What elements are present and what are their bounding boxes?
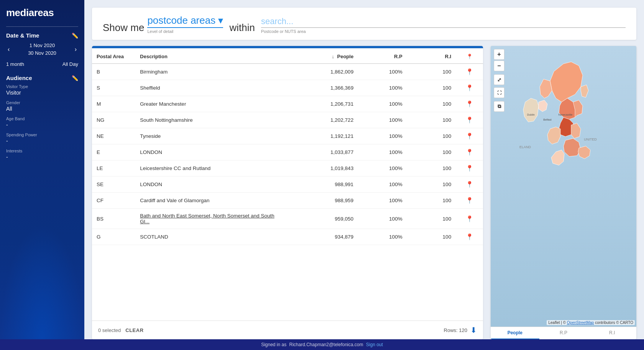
cell-pin[interactable]: 📍 — [456, 144, 483, 160]
cell-ri: 100 — [407, 128, 456, 144]
col-header-ri[interactable]: R.I — [407, 48, 456, 64]
svg-text:ELAND: ELAND — [519, 145, 531, 149]
map-tab-ri[interactable]: R.I — [588, 327, 636, 339]
map-tab-rp[interactable]: R.P — [539, 327, 588, 339]
cell-rp: 100% — [358, 112, 407, 128]
fullscreen-button[interactable]: ⛶ — [494, 87, 504, 98]
table-row[interactable]: CF Cardiff and Vale of Glamorgan 988,959… — [92, 193, 483, 209]
date-duration: 1 month — [6, 61, 24, 67]
table-row[interactable]: LE Leicestershire CC and Rutland 1,019,8… — [92, 160, 483, 177]
cell-postal: B — [92, 64, 135, 80]
map-area: Newcastle Belfast Dublin UNITED ELAND + … — [491, 46, 636, 339]
date-next-arrow[interactable]: › — [73, 45, 78, 54]
date-prev-arrow[interactable]: ‹ — [6, 45, 11, 54]
search-input[interactable] — [261, 16, 626, 28]
cell-pin[interactable]: 📍 — [456, 160, 483, 177]
col-header-rp[interactable]: R.P — [358, 48, 407, 64]
table-row[interactable]: SE LONDON 988,991 100% 100 📍 — [92, 177, 483, 193]
cell-ri: 100 — [407, 177, 456, 193]
audience-section: Audience ✏️ Visitor Type Visitor Gender … — [6, 75, 78, 165]
cell-pin[interactable]: 📍 — [456, 64, 483, 80]
col-header-description[interactable]: Description — [135, 48, 288, 64]
cell-pin[interactable]: 📍 — [456, 128, 483, 144]
cell-ri: 100 — [407, 160, 456, 177]
cell-description: Tyneside — [135, 128, 288, 144]
pin-icon[interactable]: 📍 — [466, 165, 473, 172]
cell-pin[interactable]: 📍 — [456, 209, 483, 229]
col-header-people[interactable]: ↓ People — [288, 48, 358, 64]
filter-visitor-type: Visitor Type Visitor — [6, 84, 78, 96]
clear-button[interactable]: CLEAR — [125, 327, 143, 333]
table-row[interactable]: M Greater Manchester 1,206,731 100% 100 … — [92, 96, 483, 112]
postcode-dropdown-value: postcode areas ▾ — [147, 15, 223, 28]
signed-in-text: Signed in as — [261, 342, 286, 347]
pin-icon[interactable]: 📍 — [466, 149, 473, 155]
pin-icon[interactable]: 📍 — [466, 69, 473, 75]
reset-view-button[interactable]: ⤢ — [494, 74, 504, 85]
pin-icon[interactable]: 📍 — [466, 197, 473, 204]
table-row[interactable]: G SCOTLAND 934,879 100% 100 📍 — [92, 229, 483, 245]
cell-postal: LE — [92, 160, 135, 177]
map-controls: + − ⤢ ⛶ ⧉ — [494, 49, 504, 112]
filter-visitor-type-label: Visitor Type — [6, 84, 78, 89]
zoom-in-button[interactable]: + — [494, 49, 504, 60]
search-input-label: Postcode or NUTS area — [261, 29, 626, 34]
download-icon[interactable]: ⬇ — [470, 325, 477, 335]
pin-icon[interactable]: 📍 — [466, 117, 473, 123]
logo-divider — [6, 26, 78, 27]
map-credit: Leaflet | © OpenStreetMap contributors ©… — [547, 320, 635, 325]
within-text: within — [229, 22, 255, 34]
filter-gender-value: All — [6, 106, 78, 112]
datetime-edit-icon[interactable]: ✏️ — [72, 33, 78, 39]
pin-icon[interactable]: 📍 — [466, 234, 473, 240]
date-range: 1 Nov 2020 30 Nov 2020 — [28, 42, 56, 57]
cell-description: Bath and North East Somerset, North Some… — [135, 209, 288, 229]
table-row[interactable]: E LONDON 1,033,877 100% 100 📍 — [92, 144, 483, 160]
zoom-out-button[interactable]: − — [494, 61, 504, 71]
filter-spending-power-value: - — [6, 138, 78, 144]
pin-icon[interactable]: 📍 — [466, 216, 473, 222]
map-tab-people[interactable]: People — [491, 327, 539, 339]
cell-postal: CF — [92, 193, 135, 209]
sign-out-link[interactable]: Sign out — [366, 342, 383, 347]
cell-people: 1,192,121 — [288, 128, 358, 144]
pin-icon[interactable]: 📍 — [466, 101, 473, 107]
cell-description: Greater Manchester — [135, 96, 288, 112]
data-table-wrapper: Postal Area Description ↓ People R.P R.I… — [92, 46, 483, 339]
table-row[interactable]: B Birmingham 1,862,009 100% 100 📍 — [92, 64, 483, 80]
datetime-section-header: Date & Time ✏️ — [6, 32, 78, 39]
date-nav: ‹ 1 Nov 2020 30 Nov 2020 › — [6, 42, 78, 57]
pin-icon[interactable]: 📍 — [466, 181, 473, 188]
cell-people: 988,959 — [288, 193, 358, 209]
cell-rp: 100% — [358, 80, 407, 96]
status-bar: Signed in as Richard.Chapman2@telefonica… — [0, 339, 644, 350]
search-bar: Show me postcode areas ▾ Level of detail… — [92, 8, 636, 40]
pin-icon[interactable]: 📍 — [466, 133, 473, 139]
cell-ri: 100 — [407, 229, 456, 245]
cell-people: 934,879 — [288, 229, 358, 245]
table-row[interactable]: S Sheffield 1,366,369 100% 100 📍 — [92, 80, 483, 96]
cell-postal: E — [92, 144, 135, 160]
cell-description: LONDON — [135, 144, 288, 160]
table-row[interactable]: BS Bath and North East Somerset, North S… — [92, 209, 483, 229]
cell-description: LONDON — [135, 177, 288, 193]
datetime-title: Date & Time — [6, 32, 39, 39]
col-header-postal[interactable]: Postal Area — [92, 48, 135, 64]
svg-text:UNITED: UNITED — [584, 137, 597, 141]
cell-pin[interactable]: 📍 — [456, 96, 483, 112]
filter-interests: Interests - — [6, 149, 78, 160]
postcode-dropdown[interactable]: postcode areas ▾ Level of detail — [147, 15, 223, 34]
cell-pin[interactable]: 📍 — [456, 229, 483, 245]
cell-pin[interactable]: 📍 — [456, 112, 483, 128]
cell-pin[interactable]: 📍 — [456, 193, 483, 209]
table-row[interactable]: NE Tyneside 1,192,121 100% 100 📍 — [92, 128, 483, 144]
cell-description: Cardiff and Vale of Glamorgan — [135, 193, 288, 209]
table-row[interactable]: NG South Nottinghamshire 1,202,722 100% … — [92, 112, 483, 128]
cell-pin[interactable]: 📍 — [456, 177, 483, 193]
filter-gender: Gender All — [6, 100, 78, 112]
sidebar: mediareas Date & Time ✏️ ‹ 1 Nov 2020 30… — [0, 0, 84, 339]
audience-edit-icon[interactable]: ✏️ — [72, 75, 78, 81]
cell-pin[interactable]: 📍 — [456, 80, 483, 96]
layers-button[interactable]: ⧉ — [494, 101, 504, 112]
pin-icon[interactable]: 📍 — [466, 85, 473, 91]
